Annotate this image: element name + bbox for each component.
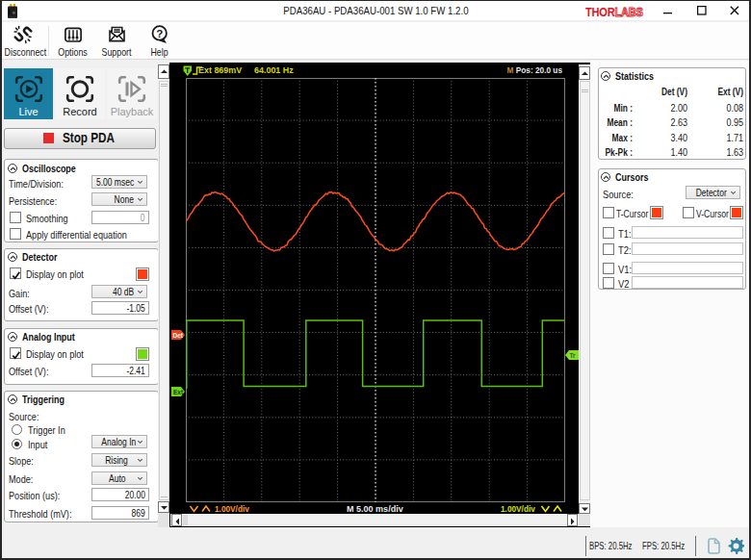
svg-text:Ext: Ext	[173, 389, 184, 395]
svg-text:?: ?	[156, 28, 163, 39]
svg-text:Tr: Tr	[570, 352, 577, 359]
svg-text:Det: Det	[173, 332, 184, 339]
